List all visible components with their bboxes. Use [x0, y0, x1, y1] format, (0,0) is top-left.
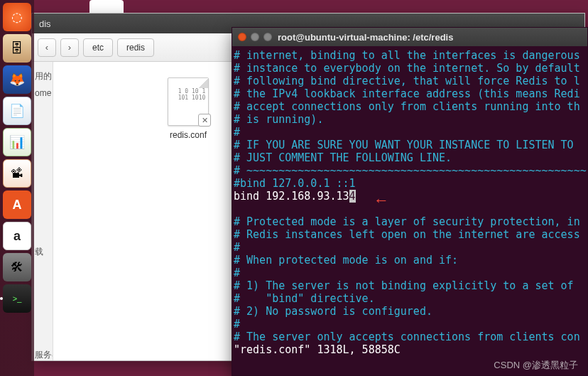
breadcrumb-redis[interactable]: redis [117, 38, 154, 57]
firefox-icon[interactable]: 🦊 [3, 65, 31, 94]
window-controls [238, 33, 272, 41]
maximize-icon[interactable] [263, 33, 272, 41]
sidebar-item[interactable]: ome [33, 85, 51, 101]
file-icon: 1 0 10 1 101 1010 ✕ [168, 77, 209, 126]
ubuntu-software-icon[interactable]: A [3, 190, 31, 219]
minimize-icon[interactable] [251, 33, 259, 41]
terminal-titlebar[interactable]: root@ubuntu-virtual-machine: /etc/redis [232, 28, 587, 46]
impress-icon[interactable]: 📽 [3, 159, 31, 188]
amazon-icon[interactable]: a [3, 222, 31, 250]
sidebar-item[interactable]: 用的 [33, 68, 51, 85]
close-icon[interactable] [238, 33, 246, 41]
settings-icon[interactable]: 🛠 [3, 253, 31, 281]
terminal-body[interactable]: # internet, binding to all the interface… [232, 46, 587, 359]
terminal-window: root@ubuntu-virtual-machine: /etc/redis … [232, 27, 588, 376]
forward-button[interactable]: › [60, 38, 79, 57]
files-icon[interactable]: 🗄 [3, 34, 31, 63]
terminal-icon[interactable]: >_ [3, 284, 31, 313]
sidebar-item[interactable]: 载 [33, 243, 51, 261]
calc-icon[interactable]: 📊 [3, 128, 31, 156]
dash-icon[interactable]: ◌ [3, 3, 31, 31]
unity-launcher: ◌ 🗄 🦊 📄 📊 📽 A a 🛠 >_ [0, 0, 34, 376]
file-bits: 1 0 10 1 101 1010 [175, 88, 208, 101]
file-redis-conf[interactable]: 1 0 10 1 101 1010 ✕ redis.conf [158, 77, 218, 140]
nautilus-title-text: dis [39, 18, 51, 29]
sidebar-item[interactable]: 服务器 [33, 346, 51, 360]
watermark-text: CSDN @渗透黑粒子 [494, 359, 578, 372]
file-label: redis.conf [158, 130, 218, 140]
writer-icon[interactable]: 📄 [3, 97, 31, 125]
terminal-title-text: root@ubuntu-virtual-machine: /etc/redis [278, 32, 453, 43]
file-badge-icon: ✕ [198, 114, 211, 127]
annotation-arrow-icon: ← [374, 191, 389, 210]
back-button[interactable]: ‹ [38, 38, 56, 57]
nautilus-sidebar: 用的 ome 载 服务器 [32, 62, 53, 360]
breadcrumb-etc[interactable]: etc [83, 38, 113, 57]
